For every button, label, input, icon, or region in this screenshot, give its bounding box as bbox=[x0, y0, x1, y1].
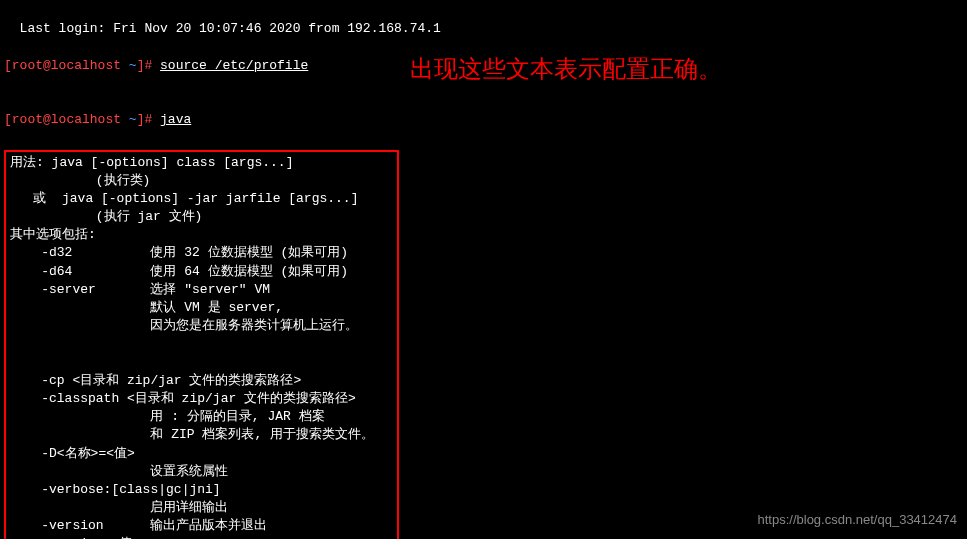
java-output-line: 默认 VM 是 server, bbox=[10, 299, 393, 317]
prompt-tilde: ~ bbox=[129, 58, 137, 73]
java-output-line: -version 输出产品版本并退出 bbox=[10, 517, 393, 535]
java-output-line: -verbose:[class|gc|jni] bbox=[10, 481, 393, 499]
java-output-line: -D<名称>=<值> bbox=[10, 445, 393, 463]
annotation-text: 出现这些文本表示配置正确。 bbox=[410, 52, 722, 86]
java-output-line: -classpath <目录和 zip/jar 文件的类搜索路径> bbox=[10, 390, 393, 408]
prompt-user-host: [root@localhost bbox=[4, 58, 129, 73]
java-output-line: 其中选项包括: bbox=[10, 226, 393, 244]
java-output-line: 和 ZIP 档案列表, 用于搜索类文件。 bbox=[10, 426, 393, 444]
prompt-suffix: ]# bbox=[137, 112, 160, 127]
login-info-line: Last login: Fri Nov 20 10:07:46 2020 fro… bbox=[20, 21, 441, 36]
java-output-line: 因为您是在服务器类计算机上运行。 bbox=[10, 317, 393, 335]
java-output-line: -d64 使用 64 位数据模型 (如果可用) bbox=[10, 263, 393, 281]
java-output-line: -version:<值> bbox=[10, 535, 393, 539]
command-java: java bbox=[160, 112, 191, 127]
java-output-line: (执行 jar 文件) bbox=[10, 208, 393, 226]
java-output-line: 设置系统属性 bbox=[10, 463, 393, 481]
watermark-text: https://blog.csdn.net/qq_33412474 bbox=[758, 511, 958, 529]
java-output-line: -cp <目录和 zip/jar 文件的类搜索路径> bbox=[10, 372, 393, 390]
prompt-user-host: [root@localhost bbox=[4, 112, 129, 127]
java-output-line: 用 : 分隔的目录, JAR 档案 bbox=[10, 408, 393, 426]
java-output-line: (执行类) bbox=[10, 172, 393, 190]
prompt-tilde: ~ bbox=[129, 112, 137, 127]
java-output-line: -d32 使用 32 位数据模型 (如果可用) bbox=[10, 244, 393, 262]
java-help-output-box: 用法: java [-options] class [args...] (执行类… bbox=[4, 150, 399, 540]
prompt-suffix: ]# bbox=[137, 58, 160, 73]
java-output-line: -server 选择 "server" VM bbox=[10, 281, 393, 299]
java-output-line: 用法: java [-options] class [args...] bbox=[10, 154, 393, 172]
command-source: source /etc/profile bbox=[160, 58, 308, 73]
prompt-line-2: [root@localhost ~]# java bbox=[4, 111, 963, 129]
java-output-line bbox=[10, 354, 393, 372]
java-output-line bbox=[10, 335, 393, 353]
java-output-line: 启用详细输出 bbox=[10, 499, 393, 517]
java-output-line: 或 java [-options] -jar jarfile [args...] bbox=[10, 190, 393, 208]
